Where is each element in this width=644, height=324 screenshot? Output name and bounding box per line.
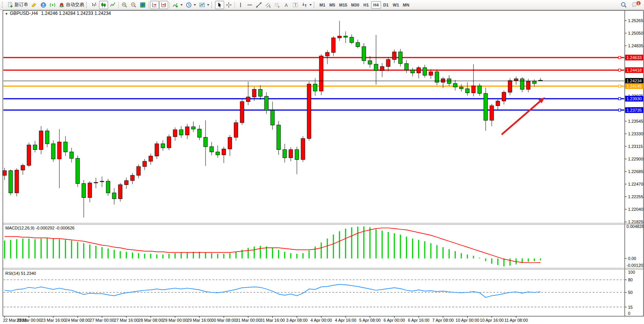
timeframe-m30-button[interactable]: M30 xyxy=(349,1,361,9)
price-chart[interactable]: 1.252651.250501.248351.246201.244051.241… xyxy=(0,10,644,324)
candle xyxy=(301,136,305,162)
rsi-tick-label: 100 xyxy=(628,270,635,274)
line-chart-button[interactable] xyxy=(108,1,117,9)
macd-max-label: 0.004828 xyxy=(626,224,644,229)
symbol-dropdown-icon[interactable]: ▼ xyxy=(5,12,8,16)
tile-windows-button[interactable] xyxy=(138,1,147,9)
text-tool-icon: A xyxy=(283,2,289,8)
bar-chart-button[interactable] xyxy=(90,1,99,9)
svg-text:A: A xyxy=(285,2,288,8)
svg-text:1.24145: 1.24145 xyxy=(626,84,642,88)
svg-text:1.24418: 1.24418 xyxy=(626,68,642,72)
svg-text:1.24633: 1.24633 xyxy=(626,55,642,60)
zoom-out-button[interactable] xyxy=(129,1,138,9)
price-tick-label: 1.22470 xyxy=(628,182,643,186)
trendline-button[interactable] xyxy=(254,1,263,9)
auto-trading-button[interactable]: 自动交易 xyxy=(57,1,86,9)
search-icon xyxy=(620,2,627,8)
hline-handle[interactable] xyxy=(618,98,621,100)
periods-clock-icon xyxy=(186,2,192,8)
templates-button[interactable] xyxy=(198,1,211,9)
timeframe-d1-button[interactable]: D1 xyxy=(381,1,391,9)
text-label-button[interactable]: T xyxy=(291,1,300,9)
hline-handle[interactable] xyxy=(618,69,621,71)
time-tick-label: 10 Apr 00:00 xyxy=(456,318,479,322)
zoom-out-icon xyxy=(131,2,137,8)
candle xyxy=(240,99,244,125)
price-tick-label: 1.21825 xyxy=(628,220,643,224)
price-tick-label: 1.24835 xyxy=(628,43,643,48)
rsi-tick-label: 0 xyxy=(628,311,630,316)
chart-shift-icon xyxy=(161,2,167,8)
chart-window: 1.252651.250501.248351.246201.244051.241… xyxy=(0,10,644,324)
vertical-line-button[interactable] xyxy=(236,1,245,9)
zoom-in-button[interactable] xyxy=(120,1,129,9)
time-tick-label: 6 Apr 16:00 xyxy=(408,318,429,322)
text-label-icon: T xyxy=(292,2,298,8)
svg-text:T: T xyxy=(294,3,297,7)
candlestick-chart-icon xyxy=(100,2,107,8)
zoom-in-icon xyxy=(121,2,128,8)
chart-shift-button[interactable] xyxy=(159,1,168,9)
rsi-indicator-label: RSI(14) 51.2340 xyxy=(5,271,36,276)
svg-text:1.23930: 1.23930 xyxy=(626,96,642,101)
rsi-tick-label: 80 xyxy=(628,277,633,282)
svg-text:1.23735: 1.23735 xyxy=(626,108,642,112)
hline-handle[interactable] xyxy=(618,56,621,59)
community-icon xyxy=(40,2,46,8)
periods-button[interactable] xyxy=(184,1,198,9)
horizontal-line-icon xyxy=(247,2,253,8)
timeframe-m1-button[interactable]: M1 xyxy=(317,1,327,9)
profiles-button[interactable] xyxy=(30,1,39,9)
new-order-button[interactable]: 新订单 xyxy=(6,1,30,9)
main-toolbar: 新订单 自动交易 xyxy=(0,0,644,10)
macd-indicator-label: MACD(12,26,9) -0.000292 -0.000626 xyxy=(5,226,75,230)
notifications-button[interactable]: 1 xyxy=(631,1,640,9)
hline-handle[interactable] xyxy=(618,109,621,111)
price-tick-label: 1.23545 xyxy=(628,119,643,124)
new-order-label: 新订单 xyxy=(14,2,28,8)
price-tick-label: 1.22040 xyxy=(628,207,643,212)
dropdown-arrow-icon xyxy=(309,4,312,6)
time-tick-label: 23 Mar 00:00 xyxy=(17,318,41,322)
community-button[interactable] xyxy=(39,1,48,9)
time-tick-label: 31 Mar 00:00 xyxy=(236,318,261,322)
signals-button[interactable] xyxy=(48,1,57,9)
chart-title-symbol: GBPUSD-,H4 xyxy=(10,11,38,16)
fibonacci-icon: F xyxy=(274,2,280,8)
timeframe-h4-button[interactable]: H4 xyxy=(371,1,381,9)
cursor-icon xyxy=(217,2,223,8)
candle xyxy=(76,156,80,187)
toolbar-separator xyxy=(118,2,119,8)
fibonacci-button[interactable]: F xyxy=(273,1,282,9)
toolbar-separator xyxy=(169,2,170,8)
cursor-button[interactable] xyxy=(215,1,224,9)
indicators-button[interactable] xyxy=(171,1,184,9)
tile-windows-icon xyxy=(140,2,146,8)
indicators-icon xyxy=(172,2,179,8)
horizontal-line-button[interactable] xyxy=(245,1,254,9)
hline-handle[interactable] xyxy=(618,85,621,87)
toolbar-separator xyxy=(148,2,149,8)
text-tool-button[interactable]: A xyxy=(282,1,291,9)
candle xyxy=(277,121,281,155)
vertical-line-icon xyxy=(238,2,244,8)
equidistant-channel-button[interactable]: E xyxy=(263,1,273,9)
svg-text:1.24234: 1.24234 xyxy=(626,79,642,83)
chart-title-ohlc: 1.24246 1.24284 1.24233 1.24234 xyxy=(41,11,111,16)
candlestick-chart-button[interactable] xyxy=(99,1,108,9)
timeframe-mn-button[interactable]: MN xyxy=(401,1,411,9)
timeframe-m15-button[interactable]: M15 xyxy=(337,1,349,9)
timeframe-m5-button[interactable]: M5 xyxy=(327,1,337,9)
toolbar-grip xyxy=(211,2,214,8)
price-tick-label: 1.22900 xyxy=(628,157,643,161)
search-button[interactable] xyxy=(619,1,629,9)
candle xyxy=(9,170,13,196)
arrows-tool-button[interactable] xyxy=(300,1,313,9)
auto-scroll-button[interactable] xyxy=(150,1,159,9)
timeframe-w1-button[interactable]: W1 xyxy=(391,1,401,9)
price-tick-label: 1.22255 xyxy=(628,194,643,199)
timeframe-h1-button[interactable]: H1 xyxy=(361,1,371,9)
crosshair-button[interactable] xyxy=(224,1,233,9)
candle xyxy=(307,82,311,141)
